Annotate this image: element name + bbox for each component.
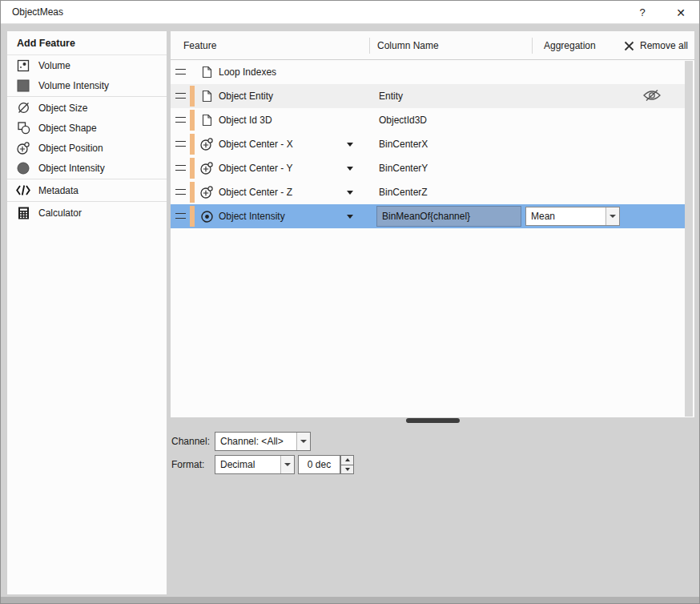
chevron-down-icon <box>605 207 619 225</box>
sidebar-item-volume[interactable]: Volume <box>7 55 167 75</box>
drag-handle[interactable] <box>175 141 186 147</box>
column-divider <box>369 38 370 54</box>
column-header-feature: Feature <box>183 40 216 51</box>
feature-name: Object Entity <box>219 91 273 102</box>
object-position-icon <box>16 141 30 155</box>
sidebar-item-label: Object Position <box>38 143 103 154</box>
window-bottom-edge <box>1 597 699 603</box>
remove-icon <box>624 41 634 51</box>
drag-handle[interactable] <box>175 117 186 123</box>
drag-handle[interactable] <box>175 189 186 195</box>
feature-name: Object Center - Z <box>219 187 292 198</box>
object-shape-icon <box>16 121 30 135</box>
visibility-off-icon[interactable] <box>642 89 664 103</box>
column-name: Entity <box>379 91 403 102</box>
feature-dropdown-icon[interactable] <box>347 191 353 195</box>
sidebar-item-label: Volume <box>38 60 70 71</box>
object-intensity-icon <box>16 161 30 175</box>
format-select[interactable]: Decimal <box>215 455 295 474</box>
table-row[interactable]: Object EntityEntity <box>171 84 685 108</box>
add-feature-list: VolumeVolume IntensityObject SizeObject … <box>7 55 167 223</box>
position-icon <box>199 180 214 204</box>
stepper-down-button[interactable] <box>340 465 354 475</box>
drag-handle[interactable] <box>175 69 186 74</box>
metadata-icon <box>16 183 30 198</box>
channel-select-value: Channel: <All> <box>215 436 296 447</box>
document-icon <box>199 84 214 108</box>
table-row[interactable]: Object IntensityMean <box>171 204 685 228</box>
table-row[interactable]: Object Center - YBinCenterY <box>171 156 685 180</box>
feature-color-bar <box>190 158 195 179</box>
drag-handle[interactable] <box>175 165 186 171</box>
object-size-icon <box>16 101 30 115</box>
close-button[interactable]: ✕ <box>667 1 694 24</box>
table-row[interactable]: Object Id 3DObjectId3D <box>171 108 685 132</box>
document-icon <box>199 60 214 84</box>
column-name: BinCenterX <box>379 139 428 150</box>
volume-icon <box>16 58 30 73</box>
decimals-field[interactable]: 0 dec <box>298 455 340 474</box>
table-header-row: Feature Column Name Aggregation Remove a… <box>171 31 694 60</box>
table-row[interactable]: Object Center - ZBinCenterZ <box>171 180 685 204</box>
feature-dropdown-icon[interactable] <box>347 167 353 171</box>
arrow-down-icon <box>345 468 350 471</box>
column-name-input[interactable] <box>376 206 521 227</box>
sidebar-item-object-size[interactable]: Object Size <box>7 98 167 118</box>
column-divider <box>532 38 533 54</box>
format-select-value: Decimal <box>215 459 280 470</box>
table-row[interactable]: Loop Indexes <box>171 60 685 84</box>
decimals-stepper <box>340 455 354 474</box>
splitter-handle[interactable] <box>406 418 460 423</box>
table-row[interactable]: Object Center - XBinCenterX <box>171 132 685 156</box>
title-bar: ObjectMeas ? ✕ <box>1 1 699 24</box>
remove-all-label: Remove all <box>640 40 688 51</box>
objectmeas-dialog: ObjectMeas ? ✕ Add Feature VolumeVolume … <box>0 0 700 604</box>
format-label: Format: <box>171 459 204 470</box>
sidebar-item-label: Object Size <box>38 103 87 114</box>
channel-label: Channel: <box>171 436 210 447</box>
feature-color-bar <box>190 134 195 155</box>
feature-color-bar <box>190 110 195 131</box>
position-icon <box>199 156 214 180</box>
feature-dropdown-icon[interactable] <box>347 143 353 147</box>
feature-table: Feature Column Name Aggregation Remove a… <box>171 31 694 417</box>
sidebar-item-calculator[interactable]: Calculator <box>7 203 167 223</box>
column-header-aggregation: Aggregation <box>544 40 596 51</box>
feature-color-bar <box>190 182 195 203</box>
sidebar-item-metadata[interactable]: Metadata <box>7 180 167 200</box>
drag-handle[interactable] <box>175 213 186 219</box>
sidebar-item-object-position[interactable]: Object Position <box>7 138 167 158</box>
feature-name: Loop Indexes <box>219 66 276 78</box>
sidebar-separator <box>7 201 167 202</box>
document-icon <box>199 108 214 132</box>
sidebar-item-label: Metadata <box>38 185 78 196</box>
channel-select[interactable]: Channel: <All> <box>215 432 311 451</box>
feature-name: Object Center - Y <box>219 163 292 174</box>
add-feature-title: Add Feature <box>7 31 167 55</box>
help-button[interactable]: ? <box>629 1 656 24</box>
arrow-up-icon <box>345 458 350 461</box>
feature-color-bar <box>190 86 195 107</box>
sidebar-item-label: Object Intensity <box>38 163 105 174</box>
sidebar-item-label: Calculator <box>38 207 82 219</box>
sidebar-item-label: Object Shape <box>38 123 97 134</box>
aggregation-select-value: Mean <box>526 211 605 222</box>
position-icon <box>199 132 214 156</box>
aggregation-select[interactable]: Mean <box>525 207 620 226</box>
remove-all-button[interactable]: Remove all <box>622 38 690 54</box>
volume-intensity-icon <box>16 79 30 93</box>
sidebar-separator <box>7 96 167 97</box>
stepper-up-button[interactable] <box>340 455 354 465</box>
column-name: BinCenterY <box>379 163 428 174</box>
feature-name: Object Id 3D <box>219 115 272 126</box>
sidebar-item-object-intensity[interactable]: Object Intensity <box>7 158 167 178</box>
vertical-scrollbar[interactable] <box>685 61 693 417</box>
sidebar-item-label: Volume Intensity <box>38 80 109 91</box>
sidebar-item-object-shape[interactable]: Object Shape <box>7 118 167 138</box>
drag-handle[interactable] <box>175 93 186 99</box>
sidebar-separator <box>7 179 167 179</box>
feature-dropdown-icon[interactable] <box>347 215 353 219</box>
feature-name: Object Intensity <box>219 211 285 222</box>
sidebar-item-volume-intensity[interactable]: Volume Intensity <box>7 75 167 95</box>
column-name: ObjectId3D <box>379 115 427 126</box>
